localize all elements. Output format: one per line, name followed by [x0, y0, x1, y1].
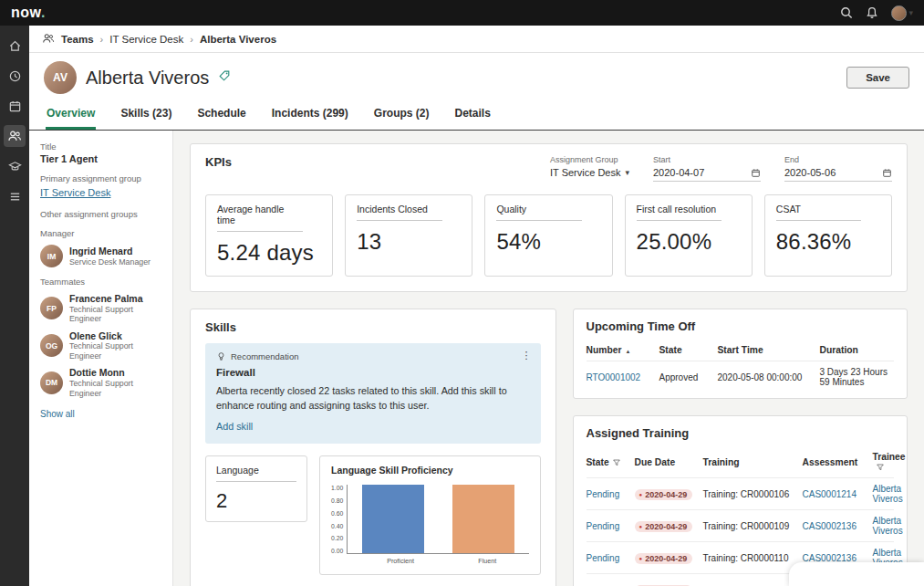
- manager-row[interactable]: IM Ingrid Menard Service Desk Manager: [40, 245, 161, 267]
- time-off-title: Upcoming Time Off: [587, 319, 895, 333]
- language-proficiency-chart: Language Skill Proficiency 1.00 0.80 0.6…: [319, 455, 541, 575]
- training-state-link[interactable]: Pending: [587, 489, 630, 499]
- assignment-group-select[interactable]: Assignment Group IT Service Desk▾: [550, 155, 629, 182]
- nav-list-icon[interactable]: [4, 185, 26, 207]
- training-name: Training: CR0000106: [703, 489, 798, 499]
- teammate-role: Technical Support Engineer: [69, 305, 161, 324]
- kpis-title: KPIs: [205, 155, 232, 169]
- tab-incidents[interactable]: Incidents (299): [271, 103, 349, 130]
- show-all-link[interactable]: Show all: [40, 409, 75, 419]
- kpi-first-call-resolution: First call resolution 25.00%: [625, 194, 753, 277]
- chat-launcher[interactable]: [789, 562, 924, 586]
- teammate-row[interactable]: DM Dottie Monn Technical Support Enginee…: [40, 367, 161, 398]
- col-duration[interactable]: Duration: [820, 345, 895, 355]
- nav-teams-icon[interactable]: [4, 125, 26, 147]
- tab-overview[interactable]: Overview: [46, 103, 96, 130]
- col-start-time[interactable]: Start Time: [718, 345, 815, 355]
- kpi-quality: Quality 54%: [484, 194, 612, 277]
- assessment-link[interactable]: CAS0002136: [803, 521, 868, 531]
- assessment-link[interactable]: CAS0001214: [803, 489, 868, 499]
- col-assessment[interactable]: Assessment: [803, 457, 868, 467]
- sort-asc-icon: ▲: [625, 349, 630, 354]
- avatar: OG: [40, 334, 63, 357]
- tag-icon[interactable]: [218, 69, 231, 86]
- kpi-average-handle-time: Average handle time 5.24 days: [205, 194, 333, 277]
- chevron-down-icon: ▾: [908, 8, 913, 17]
- skills-title: Skills: [205, 320, 541, 334]
- end-label: End: [784, 155, 892, 164]
- profile-header: AV Alberta Viveros Save: [29, 53, 924, 98]
- breadcrumb-person[interactable]: Alberta Viveros: [200, 34, 276, 45]
- title-value: Tier 1 Agent: [40, 153, 161, 164]
- time-off-number-link[interactable]: RTO0001002: [587, 372, 654, 382]
- app-screen: now. ▾: [0, 0, 924, 586]
- kebab-menu-icon[interactable]: ⋮: [522, 350, 532, 361]
- primary-group-link[interactable]: IT Service Desk: [40, 187, 110, 198]
- teammate-role: Technical Support Engineer: [69, 341, 161, 361]
- teammate-name: Francene Palma: [69, 293, 161, 305]
- trainee-link[interactable]: Alberta Viveros: [873, 516, 903, 536]
- tab-details[interactable]: Details: [453, 103, 491, 130]
- nav-home-icon[interactable]: [4, 35, 26, 57]
- col-number[interactable]: Number▲: [587, 345, 654, 355]
- chevron-right-icon: ›: [190, 34, 193, 45]
- recommendation-label: Recommendation: [231, 351, 298, 361]
- nav-history-icon[interactable]: [4, 65, 26, 87]
- user-menu[interactable]: ▾: [891, 5, 913, 21]
- title-label: Title: [40, 141, 161, 152]
- upcoming-time-off-card: Upcoming Time Off Number▲ State Start Ti…: [573, 309, 908, 399]
- col-state[interactable]: State: [587, 457, 630, 467]
- training-state-link[interactable]: Pending: [587, 521, 630, 531]
- teammate-row[interactable]: FP Francene Palma Technical Support Engi…: [40, 293, 161, 324]
- training-state-link[interactable]: Pending: [587, 553, 630, 563]
- nav-calendar-icon[interactable]: [4, 95, 26, 117]
- nav-training-icon[interactable]: [4, 155, 26, 177]
- filter-icon: [877, 464, 884, 471]
- work-area: KPIs Assignment Group IT Service Desk▾ S…: [173, 131, 924, 586]
- time-off-duration: 3 Days 23 Hours 59 Minutes: [820, 367, 895, 387]
- col-training[interactable]: Training: [703, 457, 798, 467]
- tab-bar: Overview Skills (23) Schedule Incidents …: [29, 98, 924, 131]
- language-count-box: Language 2: [205, 455, 307, 522]
- notifications-bell-icon[interactable]: [866, 6, 878, 19]
- due-date-badge: ●2020-04-29: [635, 489, 693, 500]
- col-state[interactable]: State: [659, 345, 712, 355]
- col-due-date[interactable]: Due Date: [635, 457, 699, 467]
- due-date-badge: ●2020-04-29: [635, 521, 693, 532]
- tab-schedule[interactable]: Schedule: [196, 103, 246, 130]
- training-row: Pending ●2020-04-29 Training: CR0000106 …: [587, 477, 895, 509]
- skills-card: Skills Recommendation ⋮ Firewall Alberta…: [190, 309, 556, 586]
- time-off-row: RTO0001002 Approved 2020-05-08 00:00:00 …: [587, 361, 895, 392]
- teammate-name: Olene Glick: [69, 330, 161, 342]
- left-nav-rail: [0, 26, 29, 586]
- bar-fluent: [452, 485, 514, 553]
- tab-groups[interactable]: Groups (2): [373, 103, 431, 130]
- assessment-link[interactable]: CAS0002136: [803, 553, 868, 563]
- bar-proficient: [362, 485, 423, 553]
- start-date-field[interactable]: Start 2020-04-07: [653, 155, 761, 182]
- teammate-role: Technical Support Engineer: [69, 379, 161, 398]
- other-groups-label: Other assignment groups: [40, 209, 161, 219]
- save-button[interactable]: Save: [846, 67, 909, 89]
- chevron-down-icon: ▾: [625, 168, 629, 177]
- teams-icon: [42, 32, 55, 47]
- filter-icon: [613, 459, 620, 466]
- top-bar: now. ▾: [0, 0, 924, 26]
- teammate-row[interactable]: OG Olene Glick Technical Support Enginee…: [40, 330, 161, 361]
- tab-skills[interactable]: Skills (23): [119, 103, 172, 130]
- time-off-state: Approved: [659, 372, 712, 382]
- kpis-card: KPIs Assignment Group IT Service Desk▾ S…: [190, 143, 908, 292]
- profile-avatar: AV: [44, 61, 77, 94]
- col-trainee[interactable]: Trainee: [873, 452, 906, 472]
- breadcrumb-group[interactable]: IT Service Desk: [109, 34, 183, 45]
- add-skill-link[interactable]: Add skill: [216, 421, 253, 432]
- end-date-field[interactable]: End 2020-05-06: [784, 155, 892, 182]
- user-avatar: [891, 5, 907, 21]
- trainee-link[interactable]: Alberta Viveros: [873, 484, 903, 504]
- teammate-name: Dottie Monn: [69, 367, 161, 379]
- search-icon[interactable]: [840, 6, 853, 19]
- breadcrumb-teams[interactable]: Teams: [61, 34, 94, 45]
- calendar-icon: [882, 168, 892, 178]
- profile-info-panel: Title Tier 1 Agent Primary assignment gr…: [29, 131, 173, 586]
- training-title: Assigned Training: [587, 426, 895, 440]
